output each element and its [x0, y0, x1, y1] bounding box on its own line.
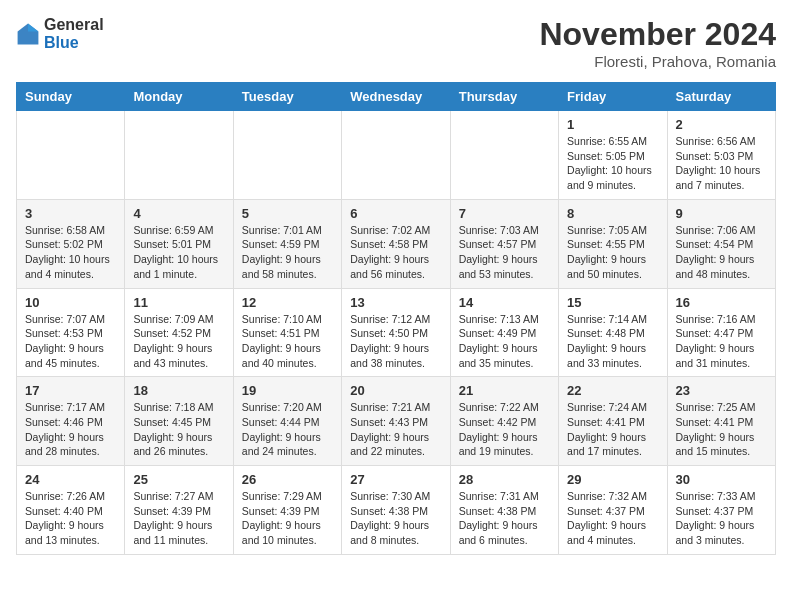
day-number: 11 — [133, 295, 224, 310]
weekday-header-thursday: Thursday — [450, 83, 558, 111]
calendar-cell: 15Sunrise: 7:14 AM Sunset: 4:48 PM Dayli… — [559, 288, 667, 377]
calendar-cell — [233, 111, 341, 200]
calendar-cell: 3Sunrise: 6:58 AM Sunset: 5:02 PM Daylig… — [17, 199, 125, 288]
day-number: 2 — [676, 117, 767, 132]
calendar-table: SundayMondayTuesdayWednesdayThursdayFrid… — [16, 82, 776, 555]
calendar-cell: 25Sunrise: 7:27 AM Sunset: 4:39 PM Dayli… — [125, 466, 233, 555]
svg-marker-1 — [28, 23, 38, 31]
day-number: 3 — [25, 206, 116, 221]
day-number: 1 — [567, 117, 658, 132]
weekday-header-row: SundayMondayTuesdayWednesdayThursdayFrid… — [17, 83, 776, 111]
day-detail: Sunrise: 7:22 AM Sunset: 4:42 PM Dayligh… — [459, 400, 550, 459]
day-number: 26 — [242, 472, 333, 487]
title-section: November 2024 Floresti, Prahova, Romania — [539, 16, 776, 70]
day-number: 22 — [567, 383, 658, 398]
day-number: 7 — [459, 206, 550, 221]
calendar-cell: 28Sunrise: 7:31 AM Sunset: 4:38 PM Dayli… — [450, 466, 558, 555]
day-detail: Sunrise: 7:20 AM Sunset: 4:44 PM Dayligh… — [242, 400, 333, 459]
day-number: 18 — [133, 383, 224, 398]
weekday-header-wednesday: Wednesday — [342, 83, 450, 111]
calendar-cell: 18Sunrise: 7:18 AM Sunset: 4:45 PM Dayli… — [125, 377, 233, 466]
calendar-cell: 20Sunrise: 7:21 AM Sunset: 4:43 PM Dayli… — [342, 377, 450, 466]
day-detail: Sunrise: 6:55 AM Sunset: 5:05 PM Dayligh… — [567, 134, 658, 193]
day-number: 29 — [567, 472, 658, 487]
day-number: 14 — [459, 295, 550, 310]
day-detail: Sunrise: 7:02 AM Sunset: 4:58 PM Dayligh… — [350, 223, 441, 282]
calendar-cell: 6Sunrise: 7:02 AM Sunset: 4:58 PM Daylig… — [342, 199, 450, 288]
calendar-cell: 14Sunrise: 7:13 AM Sunset: 4:49 PM Dayli… — [450, 288, 558, 377]
day-number: 5 — [242, 206, 333, 221]
calendar-week-1: 1Sunrise: 6:55 AM Sunset: 5:05 PM Daylig… — [17, 111, 776, 200]
day-detail: Sunrise: 7:18 AM Sunset: 4:45 PM Dayligh… — [133, 400, 224, 459]
calendar-cell: 7Sunrise: 7:03 AM Sunset: 4:57 PM Daylig… — [450, 199, 558, 288]
day-number: 9 — [676, 206, 767, 221]
weekday-header-sunday: Sunday — [17, 83, 125, 111]
day-detail: Sunrise: 7:26 AM Sunset: 4:40 PM Dayligh… — [25, 489, 116, 548]
day-number: 8 — [567, 206, 658, 221]
calendar-cell: 22Sunrise: 7:24 AM Sunset: 4:41 PM Dayli… — [559, 377, 667, 466]
day-detail: Sunrise: 7:27 AM Sunset: 4:39 PM Dayligh… — [133, 489, 224, 548]
day-detail: Sunrise: 7:31 AM Sunset: 4:38 PM Dayligh… — [459, 489, 550, 548]
calendar-cell: 11Sunrise: 7:09 AM Sunset: 4:52 PM Dayli… — [125, 288, 233, 377]
weekday-header-friday: Friday — [559, 83, 667, 111]
day-number: 23 — [676, 383, 767, 398]
logo-general-text: General — [44, 16, 104, 34]
day-detail: Sunrise: 7:24 AM Sunset: 4:41 PM Dayligh… — [567, 400, 658, 459]
day-number: 27 — [350, 472, 441, 487]
calendar-cell: 5Sunrise: 7:01 AM Sunset: 4:59 PM Daylig… — [233, 199, 341, 288]
day-number: 15 — [567, 295, 658, 310]
calendar-cell: 27Sunrise: 7:30 AM Sunset: 4:38 PM Dayli… — [342, 466, 450, 555]
calendar-cell: 24Sunrise: 7:26 AM Sunset: 4:40 PM Dayli… — [17, 466, 125, 555]
day-number: 24 — [25, 472, 116, 487]
day-detail: Sunrise: 7:05 AM Sunset: 4:55 PM Dayligh… — [567, 223, 658, 282]
day-number: 21 — [459, 383, 550, 398]
calendar-cell: 13Sunrise: 7:12 AM Sunset: 4:50 PM Dayli… — [342, 288, 450, 377]
calendar-cell: 29Sunrise: 7:32 AM Sunset: 4:37 PM Dayli… — [559, 466, 667, 555]
day-detail: Sunrise: 7:17 AM Sunset: 4:46 PM Dayligh… — [25, 400, 116, 459]
month-title: November 2024 — [539, 16, 776, 53]
calendar-cell — [125, 111, 233, 200]
calendar-cell: 8Sunrise: 7:05 AM Sunset: 4:55 PM Daylig… — [559, 199, 667, 288]
location-title: Floresti, Prahova, Romania — [539, 53, 776, 70]
day-number: 12 — [242, 295, 333, 310]
day-detail: Sunrise: 7:07 AM Sunset: 4:53 PM Dayligh… — [25, 312, 116, 371]
calendar-week-2: 3Sunrise: 6:58 AM Sunset: 5:02 PM Daylig… — [17, 199, 776, 288]
page-header: General Blue November 2024 Floresti, Pra… — [16, 16, 776, 70]
logo-icon — [16, 22, 40, 46]
calendar-cell: 2Sunrise: 6:56 AM Sunset: 5:03 PM Daylig… — [667, 111, 775, 200]
day-number: 6 — [350, 206, 441, 221]
day-number: 25 — [133, 472, 224, 487]
day-detail: Sunrise: 7:14 AM Sunset: 4:48 PM Dayligh… — [567, 312, 658, 371]
day-detail: Sunrise: 6:58 AM Sunset: 5:02 PM Dayligh… — [25, 223, 116, 282]
calendar-cell — [450, 111, 558, 200]
day-detail: Sunrise: 7:21 AM Sunset: 4:43 PM Dayligh… — [350, 400, 441, 459]
calendar-cell: 23Sunrise: 7:25 AM Sunset: 4:41 PM Dayli… — [667, 377, 775, 466]
day-detail: Sunrise: 7:16 AM Sunset: 4:47 PM Dayligh… — [676, 312, 767, 371]
day-detail: Sunrise: 7:32 AM Sunset: 4:37 PM Dayligh… — [567, 489, 658, 548]
day-detail: Sunrise: 7:03 AM Sunset: 4:57 PM Dayligh… — [459, 223, 550, 282]
day-detail: Sunrise: 7:10 AM Sunset: 4:51 PM Dayligh… — [242, 312, 333, 371]
calendar-week-3: 10Sunrise: 7:07 AM Sunset: 4:53 PM Dayli… — [17, 288, 776, 377]
day-detail: Sunrise: 7:01 AM Sunset: 4:59 PM Dayligh… — [242, 223, 333, 282]
day-number: 16 — [676, 295, 767, 310]
calendar-cell — [342, 111, 450, 200]
day-number: 13 — [350, 295, 441, 310]
calendar-week-5: 24Sunrise: 7:26 AM Sunset: 4:40 PM Dayli… — [17, 466, 776, 555]
weekday-header-monday: Monday — [125, 83, 233, 111]
day-detail: Sunrise: 7:09 AM Sunset: 4:52 PM Dayligh… — [133, 312, 224, 371]
logo-text: General Blue — [44, 16, 104, 51]
calendar-body: 1Sunrise: 6:55 AM Sunset: 5:05 PM Daylig… — [17, 111, 776, 555]
logo: General Blue — [16, 16, 104, 51]
calendar-cell: 10Sunrise: 7:07 AM Sunset: 4:53 PM Dayli… — [17, 288, 125, 377]
day-detail: Sunrise: 7:29 AM Sunset: 4:39 PM Dayligh… — [242, 489, 333, 548]
day-number: 10 — [25, 295, 116, 310]
calendar-cell: 30Sunrise: 7:33 AM Sunset: 4:37 PM Dayli… — [667, 466, 775, 555]
calendar-cell: 26Sunrise: 7:29 AM Sunset: 4:39 PM Dayli… — [233, 466, 341, 555]
weekday-header-tuesday: Tuesday — [233, 83, 341, 111]
calendar-cell: 16Sunrise: 7:16 AM Sunset: 4:47 PM Dayli… — [667, 288, 775, 377]
calendar-cell — [17, 111, 125, 200]
day-detail: Sunrise: 7:13 AM Sunset: 4:49 PM Dayligh… — [459, 312, 550, 371]
day-number: 17 — [25, 383, 116, 398]
day-detail: Sunrise: 7:12 AM Sunset: 4:50 PM Dayligh… — [350, 312, 441, 371]
day-detail: Sunrise: 7:06 AM Sunset: 4:54 PM Dayligh… — [676, 223, 767, 282]
